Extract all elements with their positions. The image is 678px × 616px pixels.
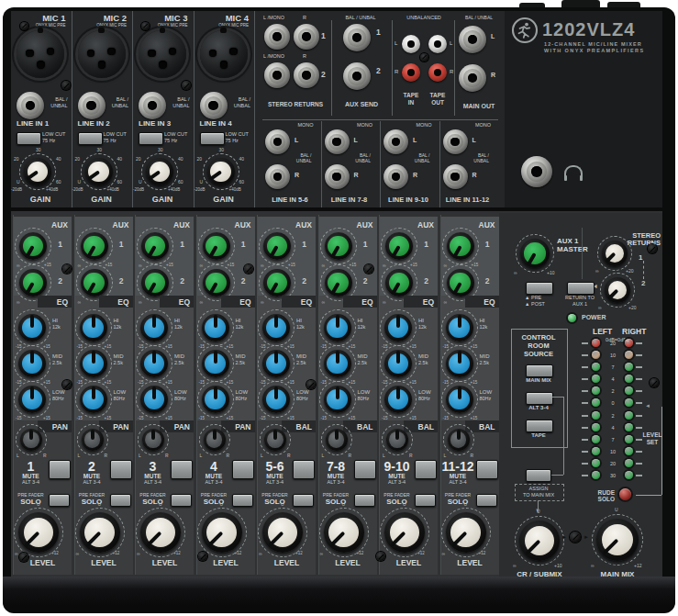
gain-knob[interactable] xyxy=(146,158,173,185)
solo-button[interactable] xyxy=(354,494,375,507)
level-knob[interactable] xyxy=(446,512,486,553)
routing-line xyxy=(643,261,644,279)
mute-button[interactable] xyxy=(476,460,498,479)
mute-button[interactable] xyxy=(171,460,193,479)
level-knob[interactable] xyxy=(18,512,59,553)
aux-2-knob[interactable] xyxy=(203,269,230,297)
aux-2-knob[interactable] xyxy=(325,269,352,297)
low-cut-button[interactable] xyxy=(139,132,163,145)
pan-knob[interactable] xyxy=(448,429,470,451)
stereo-return-1-knob[interactable] xyxy=(602,241,628,266)
level-knob[interactable] xyxy=(262,512,303,553)
eq-low-knob[interactable] xyxy=(80,386,107,413)
eq-hi-knob[interactable] xyxy=(446,314,473,342)
mute-button[interactable] xyxy=(232,460,254,479)
alt-3-4-source-button[interactable] xyxy=(526,392,553,405)
eq-low-knob[interactable] xyxy=(140,386,168,413)
gain-knob[interactable] xyxy=(24,158,51,185)
aux-1-knob[interactable] xyxy=(81,232,108,260)
eq-low-knob[interactable] xyxy=(202,386,229,413)
return-to-aux1-button[interactable] xyxy=(567,282,595,295)
low-cut-button[interactable] xyxy=(78,132,103,145)
stereo-return-2-knob[interactable] xyxy=(605,277,630,303)
eq-label: EQ xyxy=(179,297,190,307)
eq-mid-knob[interactable] xyxy=(202,350,229,377)
solo-button[interactable] xyxy=(293,494,314,507)
solo-button[interactable] xyxy=(171,494,192,507)
aux-2-knob[interactable] xyxy=(141,269,169,297)
mute-button[interactable] xyxy=(354,460,376,479)
pan-knob[interactable] xyxy=(386,429,408,451)
mute-button[interactable] xyxy=(293,460,315,479)
level-knob[interactable] xyxy=(140,512,181,553)
eq-low-knob[interactable] xyxy=(324,386,351,413)
aux-2-knob[interactable] xyxy=(19,269,47,297)
eq-mid-knob[interactable] xyxy=(18,350,46,377)
gain-knob[interactable] xyxy=(207,158,235,185)
eq-low-knob[interactable] xyxy=(384,386,412,413)
eq-hi-knob[interactable] xyxy=(262,314,290,342)
aux-1-knob[interactable] xyxy=(447,232,474,260)
level-knob[interactable] xyxy=(384,512,425,553)
main-mix-knob[interactable] xyxy=(596,519,639,561)
meter-value: 20 xyxy=(604,461,622,466)
eq-hi-knob[interactable] xyxy=(202,314,229,342)
main-mix-source-button[interactable] xyxy=(526,364,553,377)
level-knob[interactable] xyxy=(324,512,364,553)
eq-mid-knob[interactable] xyxy=(262,350,290,377)
eq-mid-knob[interactable] xyxy=(324,350,351,377)
low-cut-button[interactable] xyxy=(17,132,41,145)
cr-submix-knob[interactable] xyxy=(519,521,560,561)
aux-2-knob[interactable] xyxy=(447,269,474,297)
stereo-return-1-number: 1 xyxy=(639,253,642,262)
line-in-label: LINE IN 4 xyxy=(200,119,232,128)
pan-bal-label: PAN xyxy=(52,422,68,431)
solo-button[interactable] xyxy=(415,494,436,507)
aux-2-knob[interactable] xyxy=(263,269,291,297)
mute-button[interactable] xyxy=(49,460,71,479)
aux-1-knob[interactable] xyxy=(203,232,230,260)
eq-low-knob[interactable] xyxy=(446,386,473,413)
eq-mid-knob[interactable] xyxy=(80,350,107,377)
level-knob[interactable] xyxy=(202,512,242,553)
pan-knob[interactable] xyxy=(82,429,104,451)
solo-button[interactable] xyxy=(110,494,131,507)
low-cut-button[interactable] xyxy=(200,132,225,145)
level-knob[interactable] xyxy=(80,512,120,553)
aux-1-knob[interactable] xyxy=(385,232,413,260)
eq-low-knob[interactable] xyxy=(18,386,46,413)
aux-1-knob[interactable] xyxy=(325,232,352,260)
pan-knob[interactable] xyxy=(142,429,164,451)
eq-label: EQ xyxy=(483,297,495,307)
eq-hi-knob[interactable] xyxy=(80,314,107,342)
aux-1-knob[interactable] xyxy=(141,232,169,260)
eq-hi-knob[interactable] xyxy=(384,314,412,342)
pre-post-button[interactable] xyxy=(526,282,553,295)
crs-label-2: ROOM xyxy=(512,342,565,350)
solo-button[interactable] xyxy=(476,494,497,507)
eq-hi-knob[interactable] xyxy=(140,314,168,342)
assign-to-main-mix-button[interactable] xyxy=(526,469,551,482)
aux-1-knob[interactable] xyxy=(263,232,291,260)
eq-mid-knob[interactable] xyxy=(446,350,473,377)
mute-button[interactable] xyxy=(415,460,437,479)
eq-hi-knob[interactable] xyxy=(18,314,46,342)
eq-mid-knob[interactable] xyxy=(384,350,412,377)
eq-mid-knob[interactable] xyxy=(140,350,168,377)
eq-hi-knob[interactable] xyxy=(324,314,351,342)
aux-2-knob[interactable] xyxy=(385,269,413,297)
aux1-master-knob[interactable] xyxy=(520,239,550,268)
pan-knob[interactable] xyxy=(326,429,348,451)
pan-knob[interactable] xyxy=(204,429,226,451)
mono-label: MONO xyxy=(416,122,431,128)
mute-button[interactable] xyxy=(110,460,132,479)
aux-1-knob[interactable] xyxy=(19,232,47,260)
solo-button[interactable] xyxy=(232,494,253,507)
pan-knob[interactable] xyxy=(264,429,286,451)
tape-source-button[interactable] xyxy=(526,420,553,432)
eq-low-knob[interactable] xyxy=(262,386,290,413)
solo-button[interactable] xyxy=(49,494,70,507)
pan-knob[interactable] xyxy=(20,429,42,451)
gain-knob[interactable] xyxy=(85,158,113,185)
aux-2-knob[interactable] xyxy=(81,269,108,297)
